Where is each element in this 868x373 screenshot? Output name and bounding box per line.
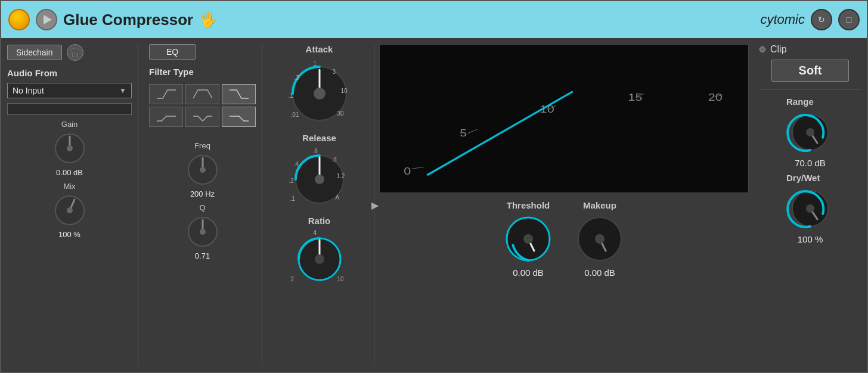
drywet-control: Dry/Wet 100 % bbox=[786, 173, 834, 244]
meter-panel: 0 5 10 15 20 Threshold bbox=[379, 44, 749, 366]
gr-meter-svg: 0 5 10 15 20 bbox=[380, 45, 748, 192]
range-value: 70.0 dB bbox=[795, 158, 826, 168]
release-knob[interactable] bbox=[287, 147, 352, 212]
right-panel: Clip Soft Range 70.0 dB Dry/Wet bbox=[754, 44, 861, 366]
svg-point-13 bbox=[315, 175, 324, 184]
power-button[interactable] bbox=[8, 9, 30, 30]
range-knob[interactable] bbox=[786, 108, 834, 156]
clip-row: Clip bbox=[760, 44, 787, 55]
release-scale-.4: .4 bbox=[294, 161, 299, 167]
freq-knob[interactable] bbox=[185, 152, 221, 188]
filter-highpass[interactable] bbox=[149, 84, 183, 104]
attack-knob-container: .1 .3 1 3 10 .01 30 bbox=[284, 58, 355, 129]
release-scale-.2: .2 bbox=[289, 178, 294, 184]
freq-value: 200 Hz bbox=[190, 189, 215, 198]
ratio-scale-4: 4 bbox=[314, 229, 317, 236]
svg-text:5: 5 bbox=[460, 128, 467, 138]
filter-lowpass[interactable] bbox=[222, 84, 256, 104]
ratio-scale-2: 2 bbox=[291, 276, 294, 282]
brand-label: cytomic bbox=[760, 12, 805, 27]
gain-knob[interactable] bbox=[52, 130, 88, 166]
eq-button[interactable]: EQ bbox=[149, 44, 196, 60]
drywet-label: Dry/Wet bbox=[786, 173, 820, 183]
drywet-value: 100 % bbox=[798, 234, 823, 244]
sidechain-button[interactable]: Sidechain bbox=[7, 45, 62, 60]
soft-button[interactable]: Soft bbox=[771, 60, 849, 82]
audio-from-dropdown[interactable]: No Input ▼ bbox=[7, 83, 132, 98]
release-scale-.1: .1 bbox=[290, 195, 295, 202]
sidechain-bar bbox=[7, 103, 132, 115]
title-bar-right: cytomic ↻ □ bbox=[760, 9, 860, 30]
mix-label: Mix bbox=[63, 182, 75, 191]
main-content: Sidechain 🎧 Audio From No Input ▼ Gain 0… bbox=[1, 38, 867, 372]
svg-point-31 bbox=[523, 234, 533, 244]
svg-text:20: 20 bbox=[708, 92, 723, 103]
attack-scale-.1: .1 bbox=[289, 92, 293, 99]
attack-scale-.01: .01 bbox=[291, 111, 299, 118]
makeup-knob[interactable] bbox=[573, 212, 627, 266]
svg-point-16 bbox=[315, 254, 324, 264]
attack-scale-10: 10 bbox=[341, 88, 348, 94]
ratio-knob-container: 4 2 10 bbox=[290, 229, 349, 289]
svg-text:15: 15 bbox=[628, 92, 642, 103]
attack-label: Attack bbox=[306, 44, 333, 54]
gain-label: Gain bbox=[61, 120, 78, 129]
release-scale-A: A bbox=[336, 194, 340, 201]
svg-point-34 bbox=[595, 234, 604, 244]
svg-point-10 bbox=[314, 88, 326, 100]
refresh-button[interactable]: ↻ bbox=[811, 9, 832, 30]
mix-knob[interactable] bbox=[52, 192, 88, 228]
release-scale-1.2: 1.2 bbox=[337, 173, 345, 179]
chevron-right-icon: ▶ bbox=[371, 200, 379, 211]
dropdown-arrow-icon: ▼ bbox=[119, 86, 126, 95]
q-knob[interactable] bbox=[185, 214, 221, 250]
gain-value: 0.00 dB bbox=[56, 168, 83, 177]
threshold-knob[interactable] bbox=[501, 212, 555, 266]
attack-scale-.3: .3 bbox=[294, 74, 299, 81]
svg-text:0: 0 bbox=[404, 166, 411, 177]
threshold-control: Threshold 0.00 dB bbox=[501, 200, 555, 278]
ratio-scale-10: 10 bbox=[337, 276, 344, 282]
sidechain-panel: Sidechain 🎧 Audio From No Input ▼ Gain 0… bbox=[7, 44, 138, 366]
filter-bandpass[interactable] bbox=[185, 84, 219, 104]
headphone-button[interactable]: 🎧 bbox=[67, 44, 83, 61]
threshold-makeup-row: Threshold 0.00 dB Makeup bbox=[379, 200, 749, 278]
release-label: Release bbox=[302, 133, 336, 143]
gr-meter: 0 5 10 15 20 bbox=[379, 44, 749, 193]
makeup-value: 0.00 dB bbox=[584, 268, 615, 278]
svg-point-37 bbox=[806, 128, 814, 136]
threshold-label: Threshold bbox=[507, 200, 550, 210]
ratio-label: Ratio bbox=[308, 216, 331, 226]
freq-label: Freq bbox=[194, 141, 210, 150]
release-scale-.8: .8 bbox=[332, 156, 337, 163]
audio-from-label: Audio From bbox=[7, 68, 132, 78]
attack-scale-1: 1 bbox=[314, 60, 317, 67]
filter-type-grid bbox=[149, 84, 256, 127]
plugin-title: Glue Compressor bbox=[63, 11, 193, 29]
hand-icon: 🖐 bbox=[199, 11, 217, 28]
gain-control: Gain 0.00 dB bbox=[7, 120, 132, 177]
q-control: Q 0.71 bbox=[149, 203, 256, 260]
range-label: Range bbox=[786, 97, 814, 107]
eq-panel: EQ Filter Type bbox=[143, 44, 262, 366]
filter-shelf-low[interactable] bbox=[149, 107, 183, 127]
audio-from-value: No Input bbox=[13, 86, 44, 95]
arr-panel: Attack .1 .3 1 3 10 .01 30 bbox=[267, 44, 374, 366]
filter-shelf-high[interactable] bbox=[222, 107, 256, 127]
title-bar: Glue Compressor 🖐 cytomic ↻ □ bbox=[1, 1, 867, 38]
plugin-window: Glue Compressor 🖐 cytomic ↻ □ Sidechain … bbox=[0, 0, 868, 373]
svg-point-1 bbox=[67, 145, 73, 151]
drywet-knob[interactable] bbox=[786, 185, 834, 232]
mix-control: Mix 100 % bbox=[7, 182, 132, 239]
sidechain-header: Sidechain 🎧 bbox=[7, 44, 132, 61]
clip-indicator bbox=[760, 46, 765, 52]
save-button[interactable]: □ bbox=[838, 9, 860, 30]
svg-point-7 bbox=[200, 229, 206, 235]
title-bar-left: Glue Compressor 🖐 bbox=[8, 9, 760, 30]
freq-control: Freq 200 Hz bbox=[149, 141, 256, 198]
play-button[interactable] bbox=[36, 9, 57, 30]
q-label: Q bbox=[199, 203, 205, 212]
mix-value: 100 % bbox=[58, 230, 80, 239]
clip-label: Clip bbox=[770, 44, 787, 55]
filter-notch[interactable] bbox=[185, 107, 219, 127]
